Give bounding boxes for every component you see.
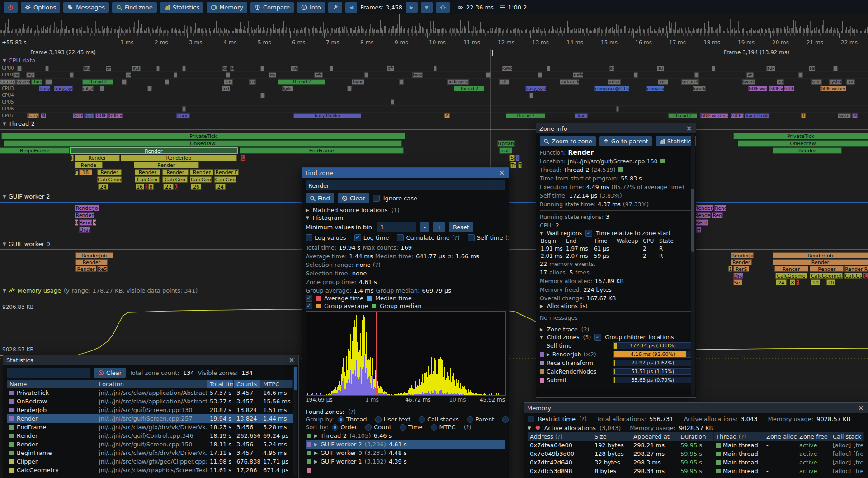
zone-calcgeo[interactable]: CalcGeo <box>190 176 212 183</box>
min-bin-decrease-button[interactable]: - <box>420 222 429 232</box>
zone-rot[interactable]: rot <box>658 79 668 85</box>
zone-kwoc[interactable]: kwoc <box>352 79 365 85</box>
zone-render[interactable]: Render <box>731 259 752 265</box>
allocation-row[interactable]: 0x7dfc42d64032 bytes298.3 ms59.95 sMain … <box>528 458 864 467</box>
scrollbar[interactable] <box>293 366 297 476</box>
zone-unnamed[interactable]: + <box>100 86 104 91</box>
zone-render-f[interactable]: Render F <box>214 169 239 175</box>
child-zone-renderjob[interactable]: ▶RenderJob(×2)4.16 ms (92.60%) <box>540 350 692 359</box>
zone-c[interactable]: C <box>796 279 800 285</box>
zone-unnamed[interactable] <box>529 93 533 98</box>
zone-thread-2[interactable]: Thread-2 <box>31 79 42 85</box>
zone-location[interactable]: jni/../jni/src/guif/Screen.cpp:150 <box>568 157 657 166</box>
alloc-column-call-stack[interactable]: Call stack <box>830 432 864 441</box>
zone-unnamed[interactable] <box>538 72 542 78</box>
radio-count[interactable]: Count <box>365 424 392 431</box>
alloc-column-thread[interactable]: Thread(?) <box>714 432 764 441</box>
zone-tracy[interactable]: Tracy <box>27 113 39 118</box>
zone-kworke[interactable]: kworke <box>742 79 755 85</box>
legend-checkbox[interactable] <box>306 303 312 309</box>
reset-button[interactable]: Reset <box>449 222 473 232</box>
zone-kworke[interactable]: kworke <box>693 86 706 91</box>
zone-ico[interactable]: ico <box>224 79 232 85</box>
zone-8[interactable]: 8 <box>790 279 795 285</box>
memory-usage-header[interactable]: ▼ Memory usage (y-range: 178.27 KB, visi… <box>3 287 198 294</box>
zone-lgiks[interactable]: lgiks <box>282 86 293 91</box>
zone-endframe[interactable]: EndFrame <box>240 147 404 154</box>
zone-thread-2[interactable]: Thread-2 <box>278 79 326 85</box>
filter-zones-input[interactable] <box>7 368 90 378</box>
wait-regions-header[interactable]: ▼Wait regions Time relative to zone star… <box>540 230 692 237</box>
zone-cfr[interactable]: cfr <box>314 72 323 78</box>
radio-parent[interactable]: Parent <box>467 416 495 423</box>
zone-unnamed[interactable] <box>45 66 49 71</box>
scrollbar[interactable] <box>691 134 695 396</box>
zone-render[interactable]: Render <box>97 169 122 175</box>
zone-tracy-profiler[interactable]: Tracy Profiler <box>293 113 361 118</box>
zone-thread-2[interactable]: Thread-2 <box>454 86 484 91</box>
zone-t[interactable]: T <box>518 162 522 168</box>
zone-renderjob[interactable]: RenderJob <box>75 252 113 258</box>
stats-row-beginframe[interactable]: BeginFramejni/../jni/src/claw/gfx/drv/vk… <box>7 449 295 457</box>
zone-syste[interactable]: syste <box>838 113 851 118</box>
stats-row-clipper[interactable]: Clipperjni/../jni/src/claw/gfx/geo/Clipp… <box>7 457 295 466</box>
collapse-icon[interactable]: ▼ <box>3 288 6 293</box>
thread-header-thread-2[interactable]: ▼Thread-2 <box>3 120 35 127</box>
statistics-button[interactable]: Statistics <box>160 2 203 13</box>
zone-tracy-syn[interactable]: tracy_syn <box>39 86 50 91</box>
zone-thread[interactable]: Thread-2 <box>564 166 589 174</box>
go-to-parent-button[interactable]: Go to parent <box>599 136 652 146</box>
stats-row-renderjob[interactable]: RenderJobjni/../jni/src/guif/Screen.cpp:… <box>7 406 295 414</box>
alloc-column-duration[interactable]: Duration <box>678 432 714 441</box>
clear-button[interactable]: Clear <box>338 193 369 203</box>
allocation-row[interactable]: 0x7e049b3d00128 bytes298.27 ms59.95 sMai… <box>528 450 864 458</box>
histogram[interactable] <box>306 311 506 396</box>
zoom-to-frame-button[interactable]: ▼ <box>421 2 433 13</box>
child-zone-recalctransform[interactable]: RecalcTransform72.92 μs (1.62%) <box>540 359 692 367</box>
zone-renderjob[interactable]: RenderJob <box>773 252 868 258</box>
zone-s[interactable]: S <box>509 155 515 161</box>
zone-i[interactable]: I <box>801 113 806 118</box>
allocation-row[interactable]: 0x7dfc53d8988 bytes298.34 ms59.95 sMain … <box>528 467 864 475</box>
scrollbar-thumb[interactable] <box>691 189 694 252</box>
scrollbar-thumb[interactable] <box>294 367 297 390</box>
option-self-time[interactable]: Self time(1.16%) <box>468 234 509 241</box>
power-button[interactable] <box>4 2 18 13</box>
thread-header-guif-worker-0[interactable]: ▼GUIF worker 0 <box>3 241 50 247</box>
zoom-to-zone-button[interactable]: Zoom to zone <box>540 136 596 146</box>
zone-guif[interactable]: GUIF <box>95 113 108 118</box>
zone-renderj[interactable]: RenderJ <box>694 205 713 211</box>
zone-update[interactable]: Update <box>497 140 514 147</box>
zone-isu[interactable]: isu <box>83 66 90 71</box>
zone-rend[interactable]: Rend <box>79 219 92 226</box>
allocation-row[interactable]: 0x7dfaa64e00192 bytes298.21 ms59.95 sMai… <box>528 441 864 450</box>
zone-render[interactable]: Render <box>75 259 108 265</box>
zone-thread-2[interactable]: Thread-2 <box>668 113 697 118</box>
zone-render[interactable]: Render <box>773 259 868 265</box>
zone-tm[interactable]: tm <box>106 66 111 71</box>
zone-guif-w[interactable]: GUIF w <box>731 113 744 118</box>
zone-unnamed[interactable] <box>798 72 803 78</box>
zone-render[interactable]: Render <box>75 212 94 218</box>
zone-1[interactable]: 1 <box>728 266 733 272</box>
memory-titlebar[interactable]: Memory × <box>524 403 868 413</box>
zone-kwoc[interactable]: kwoc <box>412 72 423 78</box>
zone-20[interactable]: 20 <box>826 279 835 285</box>
next-frame-button[interactable]: ▶ <box>406 2 417 13</box>
zone-sys[interactable]: sys <box>132 66 141 71</box>
group-children-checkbox[interactable] <box>594 334 601 341</box>
zone-surfaceflinger[interactable]: surfaceflinger <box>560 79 579 85</box>
zone-calcgeo[interactable]: CalcGeo <box>162 176 188 183</box>
zone-m[interactable]: M <box>41 113 46 118</box>
stats-column-name[interactable]: Name <box>7 380 96 388</box>
prev-frame-button[interactable]: ◀ <box>345 2 357 13</box>
zone-kw[interactable]: kw <box>269 72 276 78</box>
child-zone-submit[interactable]: Submit35.63 μs (0.79%) <box>540 376 692 384</box>
radio-no-groupi[interactable]: No groupi <box>502 416 509 423</box>
stats-column-counts[interactable]: Counts <box>234 380 260 388</box>
child-zone-self-time[interactable]: Self time172.14 μs (3.83%) <box>540 341 692 350</box>
zone-tracy-systrace[interactable]: tracy_systrace <box>525 86 546 91</box>
zone-unnamed[interactable] <box>634 72 638 78</box>
zone-system-se[interactable]: system_se <box>16 79 30 85</box>
thread-header-guif-worker-2[interactable]: ▼GUIF worker 2 <box>3 193 50 200</box>
